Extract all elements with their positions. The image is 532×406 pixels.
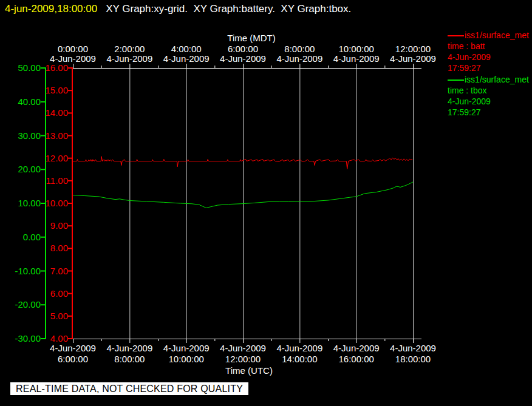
legend-line-swatch xyxy=(448,80,464,81)
red-axis-tick-label: 4.00 xyxy=(0,334,68,343)
red-axis-tick-label: 14.00 xyxy=(0,108,68,117)
bottom-axis-date-label: 4-Jun-2009 xyxy=(333,343,380,353)
axis-title-mdt: Time (MDT) xyxy=(227,33,275,43)
red-axis-tick-label: 12.00 xyxy=(0,154,68,163)
top-axis-time-label: 8:00:00 xyxy=(284,44,315,53)
bottom-axis-time-label: 12:00:00 xyxy=(225,354,261,364)
bottom-axis-date-label: 4-Jun-2009 xyxy=(390,343,436,353)
green-axis-tick-label: 40.00 xyxy=(0,97,41,106)
quality-notice: REAL-TIME DATA, NOT CHECKED FOR QUALITY xyxy=(10,382,248,395)
top-axis-date-label: 4-Jun-2009 xyxy=(220,54,266,63)
bottom-axis-time-label: 10:00:00 xyxy=(168,354,203,364)
bottom-axis-time-label: 8:00:00 xyxy=(114,354,145,364)
legend-date-label: 4-Jun-2009 xyxy=(448,52,532,63)
bottom-axis-date-label: 4-Jun-2009 xyxy=(50,343,96,353)
top-axis-time-label: 2:00:00 xyxy=(114,44,145,53)
bottom-axis-date-label: 4-Jun-2009 xyxy=(276,343,322,353)
top-axis-date-label: 4-Jun-2009 xyxy=(163,54,210,63)
legend-date-label: 4-Jun-2009 xyxy=(448,96,532,107)
bottom-axis-date-label: 4-Jun-2009 xyxy=(220,343,266,353)
red-axis-tick-label: 13.00 xyxy=(0,131,68,140)
red-axis-tick-label: 15.00 xyxy=(0,86,68,95)
red-axis-tick-label: 7.00 xyxy=(0,266,68,276)
legend-line-swatch xyxy=(448,35,464,36)
green-axis-tick-label: 20.00 xyxy=(0,164,41,174)
red-axis-tick-label: 10.00 xyxy=(0,198,68,208)
top-axis-date-label: 4-Jun-2009 xyxy=(333,54,380,63)
bottom-axis-time-label: 18:00:00 xyxy=(395,354,431,364)
green-axis-tick-label: -20.00 xyxy=(0,300,41,309)
top-axis-time-label: 12:00:00 xyxy=(395,44,431,53)
red-axis-tick-label: 16.00 xyxy=(0,63,68,72)
legend-variable-label: time : batt xyxy=(448,41,532,52)
top-axis-time-label: 10:00:00 xyxy=(338,44,373,53)
axis-title-utc: Time (UTC) xyxy=(225,365,273,376)
legend-entry-batt: iss1/surface_met time : batt 4-Jun-2009 … xyxy=(448,30,532,73)
red-axis-tick-label: 11.00 xyxy=(0,176,68,185)
top-axis-date-label: 4-Jun-2009 xyxy=(50,54,96,63)
legend-entry-tbox: iss1/surface_met time : tbox 4-Jun-2009 … xyxy=(448,74,532,118)
red-axis-tick-label: 6.00 xyxy=(0,289,68,298)
batt-series-line xyxy=(73,157,412,169)
top-axis-time-label: 0:00:00 xyxy=(58,44,88,53)
bottom-axis-time-label: 16:00:00 xyxy=(338,354,373,364)
red-axis-tick-label: 9.00 xyxy=(0,221,68,230)
legend-variable-label: time : tbox xyxy=(448,85,532,96)
app-window: 4-jun-2009,18:00:00XY Graph:xy-grid. XY … xyxy=(0,0,532,406)
bottom-axis-date-label: 4-Jun-2009 xyxy=(163,343,210,353)
green-axis-tick-label: 0.00 xyxy=(0,232,41,242)
bottom-axis-time-label: 6:00:00 xyxy=(58,354,88,364)
top-axis-date-label: 4-Jun-2009 xyxy=(390,54,436,63)
red-axis-tick-label: 5.00 xyxy=(0,311,68,320)
top-axis-time-label: 6:00:00 xyxy=(228,44,258,53)
top-axis-date-label: 4-Jun-2009 xyxy=(276,54,322,63)
legend-source-label: iss1/surface_met xyxy=(465,30,529,40)
legend-source-label: iss1/surface_met xyxy=(465,75,529,84)
top-axis-time-label: 4:00:00 xyxy=(171,44,202,53)
legend-time-label: 17:59:27 xyxy=(448,63,532,73)
legend-time-label: 17:59:27 xyxy=(448,107,532,118)
top-axis-date-label: 4-Jun-2009 xyxy=(106,54,152,63)
bottom-axis-time-label: 14:00:00 xyxy=(282,354,317,364)
bottom-axis-date-label: 4-Jun-2009 xyxy=(106,343,152,353)
red-axis-tick-label: 8.00 xyxy=(0,243,68,252)
